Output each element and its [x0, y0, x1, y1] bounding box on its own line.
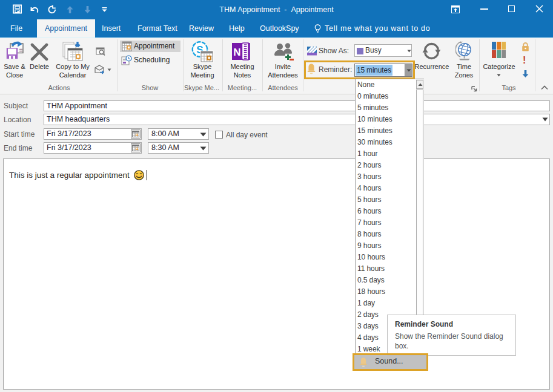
svg-text:N: N	[233, 47, 240, 58]
